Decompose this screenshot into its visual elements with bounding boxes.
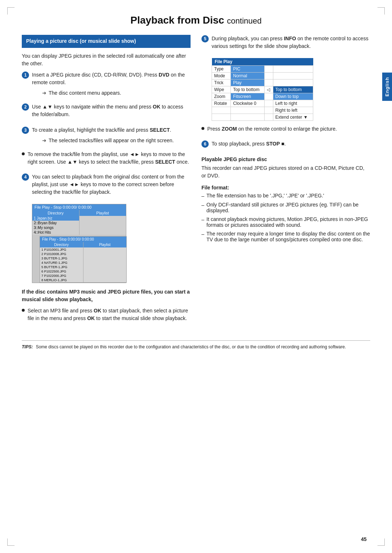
inner-col2: Playlist <box>83 242 127 282</box>
fp-rotate-option: Left to right <box>273 100 313 107</box>
step-1-content: Insert a JPEG picture disc (CD, CD-R/RW,… <box>32 71 191 99</box>
screenshot-item-4: 4□Hot Hits <box>32 230 79 235</box>
screenshot-outer-col1: Directory 1 Japan.biz 2□Bryan Bday 3□My … <box>32 210 79 235</box>
screenshot-inner-title: File Play - Stop 0:00:00/ 0:00:00 <box>40 237 126 242</box>
fp-zoom-label: Zoom <box>212 93 231 100</box>
step-3: 3 To create a playlist, highlight the tr… <box>22 126 191 146</box>
corner-mark-br <box>377 538 385 546</box>
step-2-content: Use ▲▼ keys to navigate within the menu … <box>32 103 191 122</box>
step-3-arrow: ➜ The selected tracks/files will appear … <box>42 138 191 143</box>
corner-mark-tr <box>377 7 385 15</box>
file-format-dash3: – It cannot playback moving pictures, Mo… <box>201 216 370 228</box>
fp-wipe-label: Wipe <box>212 86 231 93</box>
mp3-bullet-content: Select an MP3 file and press OK to start… <box>28 307 191 326</box>
left-column: Playing a picture disc (or musical slide… <box>22 35 191 329</box>
step-1-number: 1 <box>22 71 29 79</box>
screenshot-outer-wrapper: File Play - Stop 0:00:00/ 0:00:00 Direct… <box>32 204 191 283</box>
inner-item-5: 5 BUTTER-1.JPG <box>40 265 83 269</box>
corner-mark-tl <box>7 7 15 15</box>
fp-wipe-option: Top to bottom <box>273 86 313 93</box>
step-6: 6 To stop playback, press STOP ■. <box>201 140 370 151</box>
step-1-arrow: ➜ The disc content menu appears. <box>42 90 191 96</box>
zoom-bullet-content: Press ZOOM on the remote control to enla… <box>207 125 370 136</box>
inner-col1-header: Directory <box>40 242 83 247</box>
fp-extra-2: Extend center ▼ <box>273 114 313 121</box>
fp-trick-val: Play <box>231 79 265 86</box>
tips-text: Some discs cannot be played on this reco… <box>36 344 346 349</box>
bullet-remove-track: To remove the track/file from the playli… <box>22 151 191 169</box>
inner-item-6: 6 P1022500.JPG <box>40 269 83 274</box>
mp3-statement: If the disc contains MP3 music and JPEG … <box>22 288 191 303</box>
inner-item-4: 4 NATURE-1.JPG <box>40 261 83 265</box>
zoom-bullet: Press ZOOM on the remote control to enla… <box>201 125 370 136</box>
screenshot-col1-header: Directory <box>32 210 79 216</box>
step-5: 5 During playback, you can press INFO on… <box>201 35 370 54</box>
screenshot-inner: File Play - Stop 0:00:00/ 0:00:00 Direct… <box>40 236 127 283</box>
step-5-content: During playback, you can press INFO on t… <box>212 35 370 54</box>
inner-item-2: 2 P1010008.JPG <box>40 252 83 256</box>
inner-item-1: 1 P1010001.JPG <box>40 247 83 252</box>
mp3-bullet: Select an MP3 file and press OK to start… <box>22 307 191 326</box>
playable-jpeg-text: This recorder can read JPEG pictures sto… <box>201 164 370 180</box>
screenshot-outer-col2: Playlist <box>79 210 126 235</box>
inner-item-3: 3 BUTTER-1.JPG <box>40 256 83 261</box>
right-column: 5 During playback, you can press INFO on… <box>201 35 370 329</box>
screenshot-item-1: 1 Japan.biz <box>32 216 79 221</box>
fp-type-val: PIC <box>231 66 265 73</box>
fp-rotate-val: Clockwise 0 <box>231 100 265 107</box>
fp-zoom-val: Fitscreen <box>231 93 265 100</box>
step-5-number: 5 <box>201 35 209 42</box>
step-6-number: 6 <box>201 140 209 148</box>
step-3-content: To create a playlist, highlight the trac… <box>32 126 191 146</box>
fp-wipe-sym: ◁ <box>264 86 273 93</box>
step-4-content: You can select to playback from the orig… <box>32 173 191 200</box>
inner-col1: Directory 1 P1010001.JPG 2 P1010008.JPG … <box>40 242 83 282</box>
intro-text: You can display JPEG pictures in the sel… <box>22 52 191 67</box>
file-format-title: File format: <box>201 185 370 191</box>
file-play-header: File Play <box>212 58 313 66</box>
fp-extra-1: Right to left <box>273 107 313 114</box>
bullet-dot-mp3 <box>22 309 25 312</box>
file-format-dash2: – Only DCF-standard still pictures or JP… <box>201 202 370 213</box>
bullet-dot <box>22 152 25 155</box>
file-play-table-wrapper: File Play Type PIC Mode Normal <box>212 58 370 121</box>
file-format-dash4: – The recorder may require a longer time… <box>201 231 370 242</box>
step-2-number: 2 <box>22 103 29 111</box>
step-3-number: 3 <box>22 127 29 134</box>
file-play-table: File Play Type PIC Mode Normal <box>212 58 313 121</box>
inner-col2-header: Playlist <box>83 242 127 247</box>
fp-zoom-option: Down to top <box>273 93 313 100</box>
step-1: 1 Insert a JPEG picture disc (CD, CD-R/R… <box>22 71 191 99</box>
screenshot-inner-body: Directory 1 P1010001.JPG 2 P1010008.JPG … <box>40 242 126 282</box>
fp-wipe-val: Top to bottom <box>231 86 265 93</box>
file-format-dash1: – The file extension has to be '.JPG,' '… <box>201 193 370 199</box>
main-content: Playing a picture disc (or musical slide… <box>22 35 370 329</box>
step-2: 2 Use ▲▼ keys to navigate within the men… <box>22 103 191 122</box>
playable-jpeg-title: Playable JPEG picture disc <box>201 156 370 162</box>
fp-rotate-label: Rotate <box>212 100 231 107</box>
fp-trick-label: Trick <box>212 79 231 86</box>
section-header: Playing a picture disc (or musical slide… <box>22 35 191 48</box>
english-tab: English <box>382 73 392 101</box>
step-4-number: 4 <box>22 173 29 181</box>
inner-item-8: 8 MERLIO-1.JPG <box>40 278 83 282</box>
tips-box: TIPS: Some discs cannot be played on thi… <box>22 340 370 349</box>
tips-label: TIPS: <box>22 344 33 349</box>
page-container: English Playback from Disc continued Pla… <box>0 0 392 553</box>
step-6-content: To stop playback, press STOP ■. <box>212 140 370 151</box>
page-title: Playback from Disc continued <box>22 15 370 26</box>
fp-type-label: Type <box>212 66 231 73</box>
inner-item-7: 7 P1022000.JPG <box>40 274 83 278</box>
fp-mode-val: Normal <box>231 73 265 79</box>
corner-mark-bl <box>7 538 15 546</box>
screenshot-outer-title: File Play - Stop 0:00:00/ 0:00:00 <box>32 204 126 210</box>
screenshot-col2-header: Playlist <box>79 210 126 216</box>
step-4: 4 You can select to playback from the or… <box>22 173 191 200</box>
screenshot-item-3: 3□My songs <box>32 225 79 230</box>
bullet-remove-content: To remove the track/file from the playli… <box>28 151 191 169</box>
bullet-dot-zoom <box>201 127 204 130</box>
screenshot-outer: File Play - Stop 0:00:00/ 0:00:00 Direct… <box>32 204 126 283</box>
page-number: 45 <box>361 536 367 542</box>
screenshot-item-2: 2□Bryan Bday <box>32 221 79 225</box>
screenshot-outer-body: Directory 1 Japan.biz 2□Bryan Bday 3□My … <box>32 210 126 235</box>
